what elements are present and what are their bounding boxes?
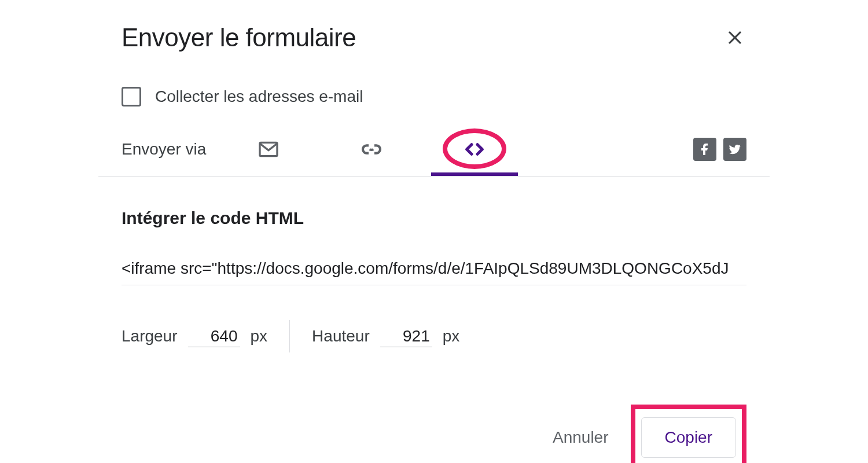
height-input[interactable] <box>380 326 432 347</box>
tab-email[interactable] <box>255 135 282 163</box>
tab-embed[interactable] <box>461 135 488 163</box>
collect-email-label: Collecter les adresses e-mail <box>155 87 363 106</box>
annotation-copy-highlight: Copier <box>631 405 746 463</box>
dialog-header: Envoyer le formulaire <box>122 23 746 52</box>
cancel-button[interactable]: Annuler <box>548 420 613 455</box>
send-form-dialog: Envoyer le formulaire Collecter les adre… <box>98 0 770 463</box>
dialog-title: Envoyer le formulaire <box>122 23 356 52</box>
dialog-actions: Annuler Copier <box>122 405 746 463</box>
collect-email-row: Collecter les adresses e-mail <box>122 87 746 106</box>
width-unit: px <box>251 327 268 346</box>
tab-link[interactable] <box>358 135 385 163</box>
embed-code-field[interactable] <box>122 257 746 285</box>
share-twitter[interactable] <box>723 138 746 161</box>
divider <box>98 176 770 177</box>
embed-section-title: Intégrer le code HTML <box>122 208 746 228</box>
close-icon <box>726 29 744 46</box>
twitter-icon <box>728 142 742 156</box>
collect-email-checkbox[interactable] <box>122 87 141 106</box>
active-tab-underline <box>431 172 518 176</box>
send-via-tabs <box>255 135 488 163</box>
copy-button[interactable]: Copier <box>641 417 736 458</box>
close-button[interactable] <box>721 24 749 52</box>
share-facebook[interactable] <box>693 138 716 161</box>
width-label: Largeur <box>122 327 178 346</box>
send-via-row: Envoyer via <box>122 135 746 176</box>
social-share <box>693 138 746 161</box>
vertical-divider <box>289 320 290 352</box>
link-icon <box>360 138 383 161</box>
height-label: Hauteur <box>312 327 370 346</box>
width-input[interactable] <box>188 326 240 347</box>
dimensions-row: Largeur px Hauteur px <box>122 320 746 352</box>
mail-icon <box>257 138 280 161</box>
send-via-label: Envoyer via <box>122 140 255 159</box>
height-unit: px <box>443 327 460 346</box>
facebook-icon <box>698 142 712 156</box>
code-icon <box>463 138 486 161</box>
